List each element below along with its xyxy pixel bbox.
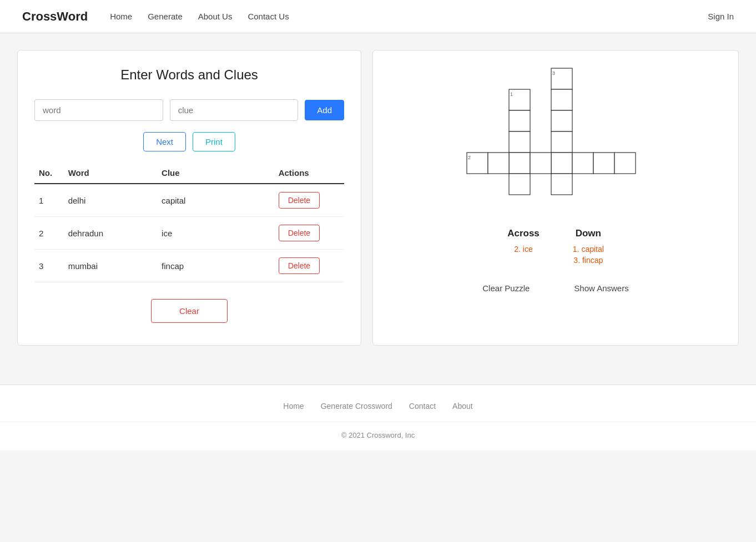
- table-header-row: No. Word Clue Actions: [34, 163, 344, 184]
- table-row: 3 mumbai fincap Delete: [34, 250, 344, 282]
- across-clue-2-text: ice: [523, 245, 533, 254]
- footer-about[interactable]: About: [452, 402, 473, 411]
- grid-cell: [509, 110, 530, 131]
- row-actions: Delete: [274, 184, 344, 217]
- grid-cell: [551, 174, 572, 195]
- grid-cell: [551, 110, 572, 131]
- row-no: 3: [34, 250, 64, 282]
- clear-button-container: Clear: [34, 299, 344, 323]
- footer-generate-crossword[interactable]: Generate Crossword: [321, 402, 392, 411]
- footer-copyright: © 2021 Crossword, Inc: [0, 422, 756, 439]
- down-title: Down: [573, 228, 604, 239]
- across-clue-2-number: 2.: [514, 245, 523, 254]
- row-actions: Delete: [274, 217, 344, 250]
- row-actions: Delete: [274, 250, 344, 282]
- across-clue-2: 2. ice: [507, 245, 540, 254]
- nav-generate[interactable]: Generate: [148, 12, 183, 21]
- puzzle-actions: Clear Puzzle Show Answers: [482, 283, 628, 293]
- print-button[interactable]: Print: [193, 132, 235, 151]
- nav-contact-us[interactable]: Contact Us: [248, 12, 289, 21]
- grid-cell: [551, 89, 572, 110]
- copyright-text: © 2021 Crossword, Inc: [341, 431, 415, 439]
- grid-cell: [488, 153, 509, 174]
- down-clue-1: 1. capital: [573, 245, 604, 254]
- right-panel: 3 1 2 Acr: [372, 50, 739, 346]
- grid-cell: [551, 131, 572, 153]
- col-no: No.: [34, 163, 64, 184]
- footer-contact[interactable]: Contact: [409, 402, 436, 411]
- col-actions: Actions: [274, 163, 344, 184]
- down-clue-1-number: 1.: [573, 245, 582, 254]
- delete-button[interactable]: Delete: [279, 192, 320, 209]
- down-clue-3-number: 3.: [573, 256, 582, 265]
- footer-links: Home Generate Crossword Contact About: [0, 402, 756, 411]
- clue-number-1: 1: [510, 92, 513, 97]
- row-word: mumbai: [64, 250, 157, 282]
- row-clue: fincap: [157, 250, 274, 282]
- sign-in-link[interactable]: Sign In: [708, 12, 734, 21]
- panel-title: Enter Words and Clues: [34, 67, 344, 83]
- delete-button[interactable]: Delete: [279, 225, 320, 241]
- col-clue: Clue: [157, 163, 274, 184]
- add-button[interactable]: Add: [305, 100, 344, 120]
- delete-button[interactable]: Delete: [279, 257, 320, 274]
- nav-home[interactable]: Home: [110, 12, 132, 21]
- row-word: delhi: [64, 184, 157, 217]
- grid-cell: [593, 153, 614, 174]
- down-clue-3-text: fincap: [582, 256, 603, 265]
- grid-cell: [509, 174, 530, 195]
- nav-links: Home Generate About Us Contact Us: [110, 12, 708, 21]
- crossword-grid: 3 1 2: [461, 67, 650, 211]
- grid-cell: [530, 153, 551, 174]
- clue-number-3: 3: [552, 70, 555, 76]
- across-section: Across 2. ice: [507, 228, 540, 267]
- down-section: Down 1. capital 3. fincap: [573, 228, 604, 267]
- row-clue: ice: [157, 217, 274, 250]
- down-clue-1-text: capital: [581, 245, 603, 254]
- grid-cell: [509, 153, 530, 174]
- next-button[interactable]: Next: [143, 132, 186, 151]
- nav-about-us[interactable]: About Us: [198, 12, 233, 21]
- show-answers-button[interactable]: Show Answers: [574, 283, 628, 293]
- navbar: CrossWord Home Generate About Us Contact…: [0, 0, 756, 33]
- clues-container: Across 2. ice Down 1. capital 3. fincap: [390, 228, 722, 267]
- action-buttons: Next Print: [34, 132, 344, 151]
- word-input[interactable]: [34, 99, 163, 121]
- clear-button[interactable]: Clear: [151, 299, 228, 323]
- col-word: Word: [64, 163, 157, 184]
- grid-cell: [614, 153, 636, 174]
- clear-puzzle-button[interactable]: Clear Puzzle: [482, 283, 530, 293]
- row-clue: capital: [157, 184, 274, 217]
- clue-number-2: 2: [468, 155, 471, 160]
- footer: Home Generate Crossword Contact About © …: [0, 384, 756, 450]
- row-no: 2: [34, 217, 64, 250]
- grid-cell: [551, 153, 572, 174]
- down-clue-3: 3. fincap: [573, 256, 604, 265]
- brand-logo[interactable]: CrossWord: [22, 9, 88, 24]
- left-panel: Enter Words and Clues Add Next Print No.…: [17, 50, 361, 346]
- table-row: 1 delhi capital Delete: [34, 184, 344, 217]
- crossword-area: 3 1 2: [390, 67, 722, 211]
- row-word: dehradun: [64, 217, 157, 250]
- grid-cell: [572, 153, 593, 174]
- grid-cell: [509, 131, 530, 153]
- footer-home[interactable]: Home: [283, 402, 304, 411]
- main-content: Enter Words and Clues Add Next Print No.…: [6, 33, 750, 362]
- word-clue-input-row: Add: [34, 99, 344, 121]
- clue-input[interactable]: [170, 99, 299, 121]
- table-row: 2 dehradun ice Delete: [34, 217, 344, 250]
- across-title: Across: [507, 228, 540, 239]
- words-table: No. Word Clue Actions 1 delhi capital De…: [34, 163, 344, 282]
- row-no: 1: [34, 184, 64, 217]
